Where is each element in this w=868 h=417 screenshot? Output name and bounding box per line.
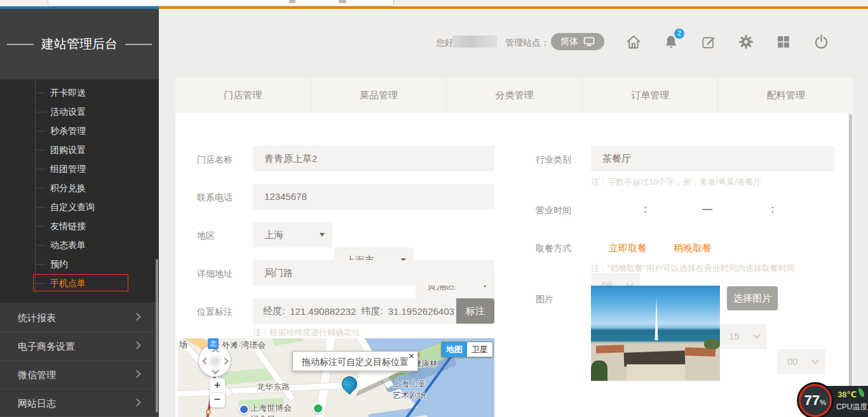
sidebar-item-links[interactable]: 友情链接: [36, 216, 159, 235]
gear-icon: [738, 34, 754, 50]
store-name-input[interactable]: [253, 146, 494, 171]
sidebar-item-group-manage[interactable]: 组团管理: [36, 159, 159, 178]
sidebar-item-mobile-order[interactable]: 手机点单: [36, 274, 159, 293]
tab-order-manage[interactable]: 订单管理: [583, 77, 719, 113]
redacted-username: [452, 36, 497, 48]
time-colon: :: [771, 204, 774, 215]
sidebar-section-reports[interactable]: 统计报表: [0, 303, 159, 331]
pan-center[interactable]: [210, 355, 221, 367]
pickup-label: 取餐方式: [536, 243, 571, 255]
pan-down-arrow[interactable]: [212, 367, 219, 374]
tab-ingredient-manage[interactable]: 配料管理: [718, 77, 853, 113]
region-label: 地区: [197, 230, 215, 242]
close-hour-select[interactable]: 15: [719, 324, 767, 349]
map-zoom-control: + −: [210, 378, 225, 407]
browser-icon-fragment: [339, 0, 346, 3]
museum-poi-icon[interactable]: [239, 404, 249, 414]
grid-icon: [776, 34, 791, 50]
zoom-in-button[interactable]: +: [210, 378, 225, 393]
page: 建站管理后台 开卡即送 活动设置 秒杀管理 团购设置 组团管理 积分兑换 自定义…: [0, 0, 868, 417]
pickup-now-label[interactable]: 立即取餐: [609, 242, 647, 255]
sidebar-item-activity[interactable]: 活动设置: [36, 102, 159, 121]
pan-right-arrow[interactable]: [221, 357, 228, 364]
apps-button[interactable]: [774, 32, 793, 51]
map-label-theater: 上海儿童艺术剧场: [393, 378, 426, 401]
chevron-down-icon: [753, 331, 760, 338]
longitude-value[interactable]: 121.490882232: [290, 306, 356, 317]
cpu-percent-value: 77: [804, 392, 820, 408]
sidebar-scrollbar-thumb[interactable]: [156, 259, 158, 413]
phone-label: 联系电话: [197, 192, 233, 204]
sidebar-section-site-log[interactable]: 网站日志: [0, 388, 159, 417]
store-photo: [591, 286, 720, 381]
sidebar-item-seckill[interactable]: 秒杀管理: [36, 121, 159, 140]
logout-button[interactable]: [811, 32, 831, 51]
cpu-temperature: 38℃: [837, 390, 857, 399]
compose-button[interactable]: [699, 32, 718, 51]
selection-highlight-box: [33, 274, 128, 291]
time-colon: :: [644, 204, 647, 215]
content-scrollbar-thumb[interactable]: [849, 114, 852, 416]
map-tooltip: 拖动标注可自定义目标位置 ×: [292, 351, 418, 371]
app-title: 建站管理后台: [0, 36, 159, 53]
pickup-later-label[interactable]: 稍晚取餐: [674, 242, 712, 255]
tab-store-manage[interactable]: 门店管理: [175, 77, 311, 113]
dropdown-arrow-icon: [320, 233, 325, 237]
satellite-mode-button[interactable]: 卫星: [467, 342, 492, 357]
close-icon[interactable]: ×: [409, 351, 414, 361]
map-label-bund: 外滩·湾璟会: [222, 340, 266, 351]
sidebar-menu: 开卡即送 活动设置 秒杀管理 团购设置 组团管理 积分兑换 自定义查询 友情链接…: [35, 79, 159, 293]
sidebar-item-custom-query[interactable]: 自定义查询: [36, 197, 159, 216]
tree: [704, 339, 720, 349]
province-select[interactable]: 上海: [253, 222, 332, 248]
zoom-out-button[interactable]: −: [210, 393, 225, 407]
coordinates-box: 经度: 121.490882232 纬度: 31.1952626403: [253, 298, 456, 324]
notifications-button[interactable]: 2: [661, 32, 681, 51]
tree: [591, 361, 607, 381]
address-label: 详细地址: [197, 268, 233, 280]
close-minute-select[interactable]: 00: [777, 349, 825, 374]
facade: [627, 364, 685, 381]
sidebar-item-points[interactable]: 积分兑换: [36, 178, 159, 197]
sidebar-section-wechat[interactable]: 微信管理: [0, 360, 159, 388]
phone-input[interactable]: [253, 184, 494, 209]
mark-location-button[interactable]: 标注: [456, 298, 494, 324]
map[interactable]: 场 外滩·湾璟会 龙华东路 上海世博会纪念展 上海儿童艺术剧场 健康林 拖动标注…: [178, 338, 494, 417]
pan-up-arrow[interactable]: [212, 348, 219, 355]
chevron-right-icon: [133, 398, 141, 406]
sidebar-item-booking[interactable]: 预约: [36, 255, 159, 274]
pan-left-arrow[interactable]: [202, 357, 209, 364]
tab-dish-manage[interactable]: 菜品管理: [311, 77, 447, 113]
tab-bar: 门店管理 菜品管理 分类管理 订单管理 配料管理: [175, 77, 853, 113]
settings-button[interactable]: [736, 32, 756, 51]
pickup-note: 注：“稍晚取餐”用户可以选择在营业时间内选择取餐时间: [591, 263, 795, 274]
industry-input[interactable]: [591, 146, 834, 171]
sidebar-sections: 统计报表 电子商务设置 微信管理 网站日志: [0, 303, 159, 417]
sidebar: 建站管理后台 开卡即送 活动设置 秒杀管理 团购设置 组团管理 积分兑换 自定义…: [0, 9, 159, 417]
sidebar-section-ecommerce[interactable]: 电子商务设置: [0, 331, 159, 360]
roof: [596, 345, 624, 354]
browser-icon-fragment: [289, 0, 295, 3]
image-label: 图片: [536, 294, 553, 305]
home-button[interactable]: [624, 32, 643, 51]
accent-bar-orange: [159, 6, 868, 9]
address-input[interactable]: [253, 260, 494, 286]
tab-category-manage[interactable]: 分类管理: [447, 77, 583, 113]
home-icon: [625, 33, 642, 51]
sidebar-item-card-gift[interactable]: 开卡即送: [36, 83, 159, 102]
map-green-patch: [273, 338, 303, 346]
map-pin[interactable]: [339, 373, 360, 395]
map-label-expo: 上海世博会纪念展: [250, 402, 292, 417]
sidebar-item-dynamic-form[interactable]: 动态表单: [36, 235, 159, 255]
sidebar-item-groupbuy[interactable]: 团购设置: [36, 140, 159, 159]
monitor-icon: [583, 37, 595, 46]
edit-icon: [700, 34, 717, 50]
choose-image-button[interactable]: 选择图片: [727, 286, 778, 310]
map-mode-button[interactable]: 地图: [442, 342, 467, 357]
industry-label: 行业类别: [536, 154, 571, 166]
map-label-road: 龙华东路: [257, 381, 290, 393]
park-poi-icon[interactable]: [313, 403, 323, 414]
latitude-value[interactable]: 31.1952626403: [388, 306, 454, 317]
fountain-graphic: [649, 297, 663, 340]
language-switch-button[interactable]: 简体: [551, 33, 604, 50]
